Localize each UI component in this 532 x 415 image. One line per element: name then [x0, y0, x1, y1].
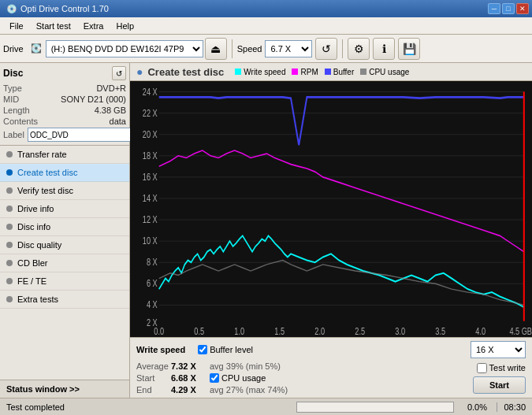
disc-mid-row: MID SONY D21 (000) [3, 94, 126, 104]
stat-average-desc: avg 39% (min 5%) [210, 361, 281, 371]
disc-label-input[interactable] [28, 128, 132, 142]
status-window-label: Status window >> [6, 384, 80, 394]
disc-refresh-button[interactable]: ↺ [112, 66, 126, 80]
menu-extra[interactable]: Extra [77, 20, 110, 32]
svg-text:2.0: 2.0 [314, 326, 325, 337]
stat-average-val: 7.32 X [171, 361, 206, 371]
stat-end: End 4.29 X avg 27% (max 74%) [136, 385, 467, 395]
start-button[interactable]: Start [473, 376, 526, 394]
progress-bar-container [296, 402, 454, 413]
chart-body: 24 X 22 X 20 X 18 X 16 X 14 X 12 X 10 X … [130, 81, 532, 337]
app-icon: 💿 [6, 4, 17, 14]
title-bar-title: 💿 Opti Drive Control 1.70 [6, 4, 109, 14]
svg-text:3.5: 3.5 [435, 326, 445, 337]
svg-text:12 X: 12 X [143, 214, 158, 225]
test-write-checkbox[interactable] [477, 363, 487, 373]
legend-buffer: Buffer [325, 68, 355, 76]
speed-select[interactable]: 6.7 X [265, 40, 312, 57]
disc-type-row: Type DVD+R [3, 83, 126, 93]
legend-dot-rpm [292, 69, 298, 75]
nav-transfer-rate[interactable]: Transfer rate [0, 146, 129, 164]
svg-text:4.0: 4.0 [475, 326, 485, 337]
legend-write-speed-label: Write speed [244, 68, 285, 76]
menu-help[interactable]: Help [110, 20, 140, 32]
disc-type-key: Type [3, 83, 22, 93]
progress-percent: 0.0% [457, 402, 497, 412]
speed-dropdown[interactable]: 16 X 8 X 4 X [471, 341, 526, 358]
info-button[interactable]: ℹ [373, 38, 395, 60]
svg-text:20 X: 20 X [143, 128, 158, 139]
nav-dot [6, 187, 13, 194]
disc-header: Disc ↺ [3, 66, 126, 80]
legend: Write speed RPM Buffer CPU usage [235, 68, 409, 76]
nav-extra-tests-label: Extra tests [17, 295, 58, 304]
eject-button[interactable]: ⏏ [205, 38, 227, 60]
legend-dot-write [235, 69, 241, 75]
nav-create-test-disc[interactable]: Create test disc [0, 164, 129, 182]
buffer-level-checkbox[interactable] [198, 345, 207, 354]
nav-dot [6, 151, 13, 157]
nav-items: Transfer rate Create test disc Verify te… [0, 146, 129, 380]
nav-verify-test-disc[interactable]: Verify test disc [0, 182, 129, 200]
svg-text:24 X: 24 X [143, 86, 158, 97]
nav-verify-test-disc-label: Verify test disc [17, 186, 73, 195]
legend-dot-buffer [325, 69, 331, 75]
content-area: ● Create test disc Write speed RPM Buffe… [130, 63, 532, 398]
nav-dot [6, 278, 13, 284]
stat-end-val: 4.29 X [171, 385, 206, 395]
nav-disc-quality[interactable]: Disc quality [0, 236, 129, 254]
nav-create-test-disc-label: Create test disc [17, 168, 77, 177]
disc-title: Disc [3, 68, 23, 79]
disc-length-val: 4.38 GB [95, 106, 126, 115]
nav-fe-te-label: FE / TE [17, 276, 47, 286]
cpu-usage-checkbox-label: CPU usage [210, 373, 266, 383]
stat-start-val: 6.68 X [171, 373, 206, 383]
status-window-button[interactable]: Status window >> [0, 380, 129, 398]
nav-extra-tests[interactable]: Extra tests [0, 291, 129, 309]
svg-text:0.0: 0.0 [154, 326, 164, 337]
disc-mid-key: MID [3, 94, 19, 104]
close-button[interactable]: ✕ [516, 3, 529, 14]
save-button[interactable]: 💾 [398, 38, 420, 60]
svg-text:2.5: 2.5 [355, 326, 365, 337]
drive-icon: 💽 [28, 41, 44, 57]
nav-drive-info[interactable]: Drive info [0, 200, 129, 218]
svg-text:4.5 GB: 4.5 GB [509, 326, 532, 337]
disc-section: Disc ↺ Type DVD+R MID SONY D21 (000) Len… [0, 63, 129, 146]
separator [232, 39, 233, 58]
bottom-row1: Write speed Buffer level 16 X 8 X 4 X [136, 341, 526, 358]
sidebar: Disc ↺ Type DVD+R MID SONY D21 (000) Len… [0, 63, 130, 398]
disc-label-row: Label ⚙ [3, 128, 126, 142]
minimize-button[interactable]: ─ [488, 3, 500, 14]
nav-cd-bler[interactable]: CD Bler [0, 254, 129, 272]
nav-transfer-rate-label: Transfer rate [17, 150, 67, 159]
nav-fe-te[interactable]: FE / TE [0, 272, 129, 291]
separator2 [342, 39, 343, 58]
refresh-button[interactable]: ↺ [315, 38, 337, 60]
nav-dot [6, 206, 13, 212]
cpu-usage-label: CPU usage [221, 373, 266, 383]
settings-button[interactable]: ⚙ [348, 38, 370, 60]
nav-disc-info[interactable]: Disc info [0, 218, 129, 236]
svg-text:10 X: 10 X [143, 235, 158, 246]
title-bar: 💿 Opti Drive Control 1.70 ─ □ ✕ [0, 0, 532, 17]
svg-text:8 X: 8 X [147, 257, 158, 268]
maximize-button[interactable]: □ [502, 3, 515, 14]
svg-text:4 X: 4 X [147, 299, 158, 310]
status-text: Test completed [0, 402, 293, 412]
svg-text:1.0: 1.0 [234, 326, 244, 337]
title-bar-controls: ─ □ ✕ [488, 3, 529, 14]
legend-rpm-label: RPM [300, 68, 318, 76]
cpu-usage-checkbox[interactable] [210, 373, 219, 383]
toolbar: Drive 💽 (H:) BENQ DVD DD EW162I 47P9 ⏏ S… [0, 35, 532, 63]
stat-end-label: End [136, 385, 168, 395]
drive-select[interactable]: (H:) BENQ DVD DD EW162I 47P9 [46, 40, 203, 57]
svg-text:14 X: 14 X [143, 193, 158, 204]
menu-file[interactable]: File [3, 20, 30, 32]
stat-average: Average 7.32 X avg 39% (min 5%) [136, 361, 467, 371]
chart-header: ● Create test disc Write speed RPM Buffe… [130, 63, 532, 81]
menu-start-test[interactable]: Start test [30, 20, 77, 32]
legend-dot-cpu [360, 69, 366, 75]
speed-label: Speed [237, 44, 262, 54]
disc-label-key: Label [3, 130, 24, 139]
